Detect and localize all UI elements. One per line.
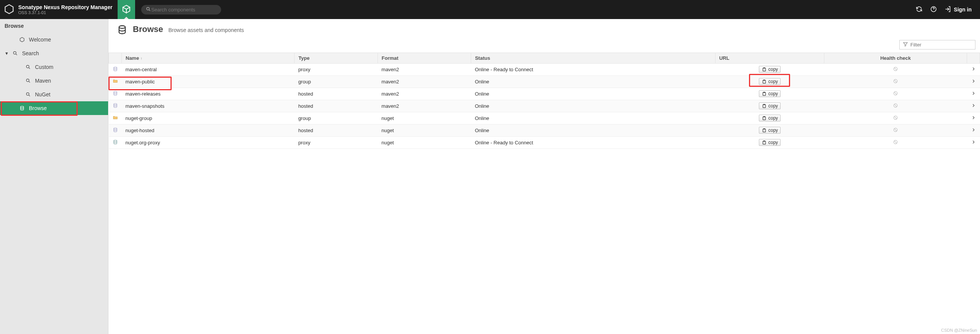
repo-type-icon xyxy=(109,64,122,76)
clipboard-icon xyxy=(762,115,767,121)
signin-button[interactable]: Sign in xyxy=(945,6,972,14)
row-expand-chevron[interactable] xyxy=(967,112,980,125)
health-check[interactable] xyxy=(824,137,967,149)
col-url-label: URL xyxy=(719,55,730,61)
health-check[interactable] xyxy=(824,112,967,125)
copy-url-button[interactable]: copy xyxy=(759,115,781,121)
table-row[interactable]: maven-snapshotshostedmaven2Onlinecopy xyxy=(109,100,980,112)
sidebar-nav: Welcome▼SearchCustomMavenNuGetBrowse xyxy=(0,33,108,115)
repo-status: Online xyxy=(471,125,715,137)
filter-box[interactable] xyxy=(899,40,975,50)
health-check[interactable] xyxy=(824,88,967,100)
col-health-label: Health check xyxy=(880,55,911,61)
search-icon xyxy=(25,78,31,83)
table-row[interactable]: maven-releaseshostedmaven2Onlinecopy xyxy=(109,88,980,100)
repo-type-icon xyxy=(109,100,122,112)
sidebar-item-browse[interactable]: Browse xyxy=(0,101,108,115)
health-check[interactable] xyxy=(824,125,967,137)
signin-label: Sign in xyxy=(954,6,972,13)
search-input[interactable] xyxy=(151,7,217,13)
sidebar-item-maven[interactable]: Maven xyxy=(0,74,108,88)
search-icon xyxy=(25,92,31,97)
copy-url-button[interactable]: copy xyxy=(759,66,781,73)
sidebar-item-nuget[interactable]: NuGet xyxy=(0,88,108,101)
col-name-label: Name xyxy=(126,55,139,61)
repo-name[interactable]: maven-snapshots xyxy=(126,103,291,109)
health-check[interactable] xyxy=(824,64,967,76)
search-icon xyxy=(146,6,151,13)
copy-url-button[interactable]: copy xyxy=(759,78,781,85)
main: Browse Browse assets and components Name… xyxy=(108,19,980,334)
table-row[interactable]: nuget-hostedhostednugetOnlinecopy xyxy=(109,125,980,137)
copy-url-button[interactable]: copy xyxy=(759,127,781,134)
row-expand-chevron[interactable] xyxy=(967,64,980,76)
brand-text: Sonatype Nexus Repository Manager OSS 3.… xyxy=(18,4,112,15)
col-arrow xyxy=(967,53,980,64)
repo-name[interactable]: nuget-hosted xyxy=(126,128,291,133)
repo-type-icon xyxy=(109,137,122,149)
repo-format: maven2 xyxy=(378,76,471,88)
sidebar-item-welcome[interactable]: Welcome xyxy=(0,33,108,46)
cube-icon xyxy=(122,5,131,15)
ban-icon xyxy=(893,78,898,84)
refresh-button[interactable] xyxy=(916,6,923,14)
row-expand-chevron[interactable] xyxy=(967,137,980,149)
sidebar-item-search[interactable]: ▼Search xyxy=(0,46,108,60)
col-health[interactable]: Health check xyxy=(824,53,967,64)
mode-browse-tile[interactable] xyxy=(118,0,135,19)
col-status[interactable]: Status xyxy=(471,53,715,64)
chevron-right-icon xyxy=(971,66,976,72)
chevron-right-icon xyxy=(971,127,976,133)
repo-name[interactable]: nuget.org-proxy xyxy=(126,140,291,145)
col-url[interactable]: URL xyxy=(715,53,824,64)
clipboard-icon xyxy=(762,140,767,145)
repo-format: nuget xyxy=(378,125,471,137)
repo-name-label: nuget-group xyxy=(126,115,152,121)
repo-name[interactable]: maven-public xyxy=(126,79,291,85)
hexagon-icon xyxy=(19,37,25,42)
copy-label: copy xyxy=(768,103,778,109)
copy-url-button[interactable]: copy xyxy=(759,102,781,109)
clipboard-icon xyxy=(762,128,767,133)
sidebar-item-custom[interactable]: Custom xyxy=(0,60,108,74)
copy-url-button[interactable]: copy xyxy=(759,90,781,97)
sort-asc-icon: ↑ xyxy=(140,56,142,61)
repo-type: proxy xyxy=(295,64,378,76)
topbar: Sonatype Nexus Repository Manager OSS 3.… xyxy=(0,0,980,19)
row-expand-chevron[interactable] xyxy=(967,76,980,88)
repo-type-icon xyxy=(109,88,122,100)
filter-input[interactable] xyxy=(910,42,972,48)
repo-name[interactable]: nuget-group xyxy=(126,115,291,121)
copy-url-button[interactable]: copy xyxy=(759,139,781,146)
repo-name[interactable]: maven-releases xyxy=(126,91,291,97)
search-box[interactable] xyxy=(141,5,221,14)
signin-icon xyxy=(945,6,951,14)
col-type-label: Type xyxy=(298,55,309,61)
help-button[interactable] xyxy=(930,6,937,14)
row-expand-chevron[interactable] xyxy=(967,88,980,100)
repo-type-icon xyxy=(109,125,122,137)
col-name[interactable]: Name ↑ xyxy=(122,53,295,64)
health-check[interactable] xyxy=(824,76,967,88)
col-icon xyxy=(109,53,122,64)
col-type[interactable]: Type xyxy=(295,53,378,64)
repo-name[interactable]: maven-central xyxy=(126,67,291,72)
row-expand-chevron[interactable] xyxy=(967,100,980,112)
repo-format: maven2 xyxy=(378,100,471,112)
repo-format: nuget xyxy=(378,137,471,149)
clipboard-icon xyxy=(762,79,767,84)
table-row[interactable]: maven-publicgroupmaven2Onlinecopy xyxy=(109,76,980,88)
table-row[interactable]: maven-centralproxymaven2Online - Ready t… xyxy=(109,64,980,76)
repo-type: hosted xyxy=(295,125,378,137)
page-title: Browse xyxy=(133,24,163,34)
repo-type: hosted xyxy=(295,88,378,100)
repo-type: proxy xyxy=(295,137,378,149)
row-expand-chevron[interactable] xyxy=(967,125,980,137)
repo-status: Online xyxy=(471,76,715,88)
table-row[interactable]: nuget-groupgroupnugetOnlinecopy xyxy=(109,112,980,125)
copy-label: copy xyxy=(768,67,778,72)
col-format[interactable]: Format xyxy=(378,53,471,64)
table-row[interactable]: nuget.org-proxyproxynugetOnline - Ready … xyxy=(109,137,980,149)
chevron-right-icon xyxy=(971,103,976,108)
health-check[interactable] xyxy=(824,100,967,112)
